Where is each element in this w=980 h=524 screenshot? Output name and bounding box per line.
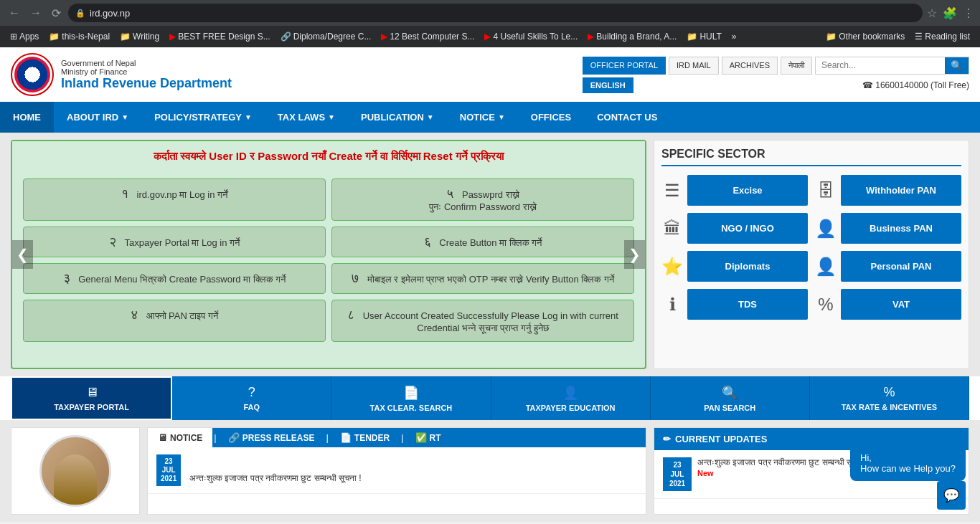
tab-taxpayer-portal[interactable]: 🖥 TAXPAYER PORTAL	[11, 376, 172, 420]
org-name: Government of Nepal Ministry of Finance …	[61, 59, 232, 91]
browser-actions: ☆ 🧩 ⋮	[927, 6, 974, 20]
bookmark-best-free[interactable]: ▶ BEST FREE Design S...	[165, 29, 275, 44]
bookmark-diploma-label: Diploma/Degree C...	[293, 32, 372, 42]
forward-button[interactable]: →	[27, 4, 44, 22]
tds-button[interactable]: TDS	[687, 289, 808, 320]
slider-section: कर्दाता स्वयम्ले User ID र Password नयाँ…	[11, 140, 646, 369]
nav-offices[interactable]: OFFICES	[518, 102, 584, 133]
ird-mail-button[interactable]: IRD MAIL	[669, 57, 719, 75]
news-tabs: 🖥 NOTICE | 🔗 PRESS RELEASE | 📄 TENDER | …	[148, 428, 646, 447]
news-tab-tender[interactable]: 📄 TENDER	[330, 428, 400, 447]
rt-tab-icon: ✅	[415, 432, 427, 443]
pub-arrow-icon: ▼	[427, 113, 434, 121]
nav-home[interactable]: HOME	[0, 102, 54, 133]
pan-search-icon: 🔍	[722, 385, 738, 401]
tab-tax-rate[interactable]: % TAX RATE & INCENTIVES	[810, 376, 969, 420]
tab-taxpayer-edu[interactable]: 👤 TAXPAYER EDUCATION	[491, 376, 651, 420]
sector-excise: ☰ Excise	[661, 175, 808, 206]
chat-icon: 💬	[943, 487, 959, 503]
search-button[interactable]: 🔍	[945, 57, 969, 74]
bookmark-apps[interactable]: ⊞ Apps	[6, 29, 43, 44]
nav-policy[interactable]: POLICY/STRATEGY ▼	[141, 102, 265, 133]
updates-pencil-icon: ✏	[663, 434, 671, 444]
slider-step-8: ८ User Account Created Successfully Plea…	[331, 300, 634, 342]
officer-portal-button[interactable]: OFFICER PORTAL	[583, 57, 666, 75]
bookmark-more[interactable]: »	[727, 29, 741, 44]
news-divider-1: |	[212, 428, 217, 447]
sector-ngo: 🏛 NGO / INGO	[661, 213, 808, 244]
nav-contact[interactable]: CONTACT US	[584, 102, 670, 133]
tab-faq[interactable]: ? FAQ	[172, 376, 331, 420]
about-arrow-icon: ▼	[121, 113, 128, 121]
bookmark-this-is-nepal[interactable]: 📁 this-is-Nepal	[44, 29, 114, 44]
excise-icon: ☰	[661, 181, 683, 201]
news-tab-rt[interactable]: ✅ RT	[405, 428, 451, 447]
menu-icon[interactable]: ⋮	[963, 6, 974, 20]
tab-tax-clear[interactable]: 📄 TAX CLEAR. SEARCH	[331, 376, 491, 420]
news-date: 23 JUL 2021	[156, 454, 181, 486]
notice-tab-icon: 🖥	[158, 432, 167, 443]
nav-about[interactable]: ABOUT IRD ▼	[54, 102, 141, 133]
bookmark-building[interactable]: ▶ Building a Brand, A...	[583, 29, 681, 44]
main-content: कर्दाता स्वयम्ले User ID र Password नयाँ…	[0, 133, 980, 376]
search-input[interactable]	[816, 57, 945, 74]
bookmark-star-icon[interactable]: ☆	[927, 6, 937, 20]
slider-next-button[interactable]: ❯	[624, 240, 645, 269]
slider-prev-button[interactable]: ❮	[12, 240, 33, 269]
bookmark-reading-label: Reading list	[925, 32, 970, 42]
slider-grid: १ ird.gov.np मा Log in गर्नें ५ Passwprd…	[12, 171, 645, 349]
policy-arrow-icon: ▼	[245, 113, 252, 121]
nepali-button[interactable]: नेपाली	[781, 57, 812, 75]
english-button[interactable]: ENGLISH	[583, 77, 633, 93]
nav-publication[interactable]: PUBLICATION ▼	[348, 102, 447, 133]
content-row: 🖥 NOTICE | 🔗 PRESS RELEASE | 📄 TENDER | …	[0, 420, 980, 522]
bookmark-hult[interactable]: 📁 HULT	[682, 29, 725, 44]
news-tab-press[interactable]: 🔗 PRESS RELEASE	[218, 428, 325, 447]
youtube-icon: ▶	[381, 32, 387, 42]
tax-rate-icon: %	[883, 385, 895, 400]
slider-step-2: २ Taxpayer Portal मा Log in गर्ने	[23, 227, 326, 257]
youtube-icon: ▶	[484, 32, 491, 42]
bookmark-other[interactable]: 📁 Other bookmarks	[821, 29, 909, 44]
nav-notice[interactable]: NOTICE ▼	[447, 102, 518, 133]
bookmark-hult-label: HULT	[699, 32, 721, 42]
sector-title: SPECIFIC SECTOR	[661, 148, 961, 166]
diplomats-button[interactable]: Diplomats	[687, 251, 808, 282]
lock-icon: 🔒	[75, 9, 85, 18]
archives-button[interactable]: ARCHIVES	[722, 57, 778, 75]
bookmark-4useful[interactable]: ▶ 4 Useful Skills To Le...	[480, 29, 582, 44]
reload-button[interactable]: ⟳	[49, 4, 64, 23]
bookmark-diploma[interactable]: 🔗 Diploma/Degree C...	[276, 29, 376, 44]
vat-button[interactable]: VAT	[841, 289, 961, 320]
bookmark-reading-list[interactable]: ☰ Reading list	[910, 29, 974, 44]
sector-vat: % VAT	[815, 289, 961, 320]
nepal-emblem	[14, 57, 50, 92]
header-right: OFFICER PORTAL IRD MAIL ARCHIVES नेपाली …	[583, 57, 969, 93]
sector-diplomats: ⭐ Diplomats	[661, 251, 808, 282]
website: Government of Nepal Ministry of Finance …	[0, 47, 980, 522]
address-bar[interactable]: 🔒 ird.gov.np	[68, 4, 923, 22]
extensions-icon[interactable]: 🧩	[943, 6, 957, 20]
business-pan-button[interactable]: Business PAN	[841, 213, 961, 244]
bookmark-writing[interactable]: 📁 Writing	[116, 29, 164, 44]
taxpayer-portal-label: TAXPAYER PORTAL	[54, 403, 129, 411]
new-badge: New	[697, 469, 714, 477]
withholder-pan-button[interactable]: Withholder PAN	[841, 175, 961, 206]
bookmark-12best[interactable]: ▶ 12 Best Computer S...	[377, 29, 479, 44]
excise-button[interactable]: Excise	[687, 175, 808, 206]
sector-personal-pan: 👤 Personal PAN	[815, 251, 961, 282]
vat-icon: %	[815, 295, 837, 315]
bookmark-12best-label: 12 Best Computer S...	[390, 32, 474, 42]
slider-step-4: ४ आफ्नो PAN टाइप गर्ने	[23, 300, 326, 342]
news-tab-notice[interactable]: 🖥 NOTICE	[148, 428, 212, 447]
chat-button[interactable]: 💬	[937, 481, 966, 510]
back-button[interactable]: ←	[6, 4, 23, 22]
gov-label: Government of Nepal	[61, 59, 232, 67]
personal-pan-button[interactable]: Personal PAN	[841, 251, 961, 282]
person-avatar	[39, 435, 111, 507]
tab-pan-search[interactable]: 🔍 PAN SEARCH	[651, 376, 810, 420]
ministry-label: Ministry of Finance	[61, 67, 232, 76]
nav-tax-laws[interactable]: TAX LAWS ▼	[265, 102, 348, 133]
bookmark-building-label: Building a Brand, A...	[596, 32, 677, 42]
ngo-ingo-button[interactable]: NGO / INGO	[687, 213, 808, 244]
